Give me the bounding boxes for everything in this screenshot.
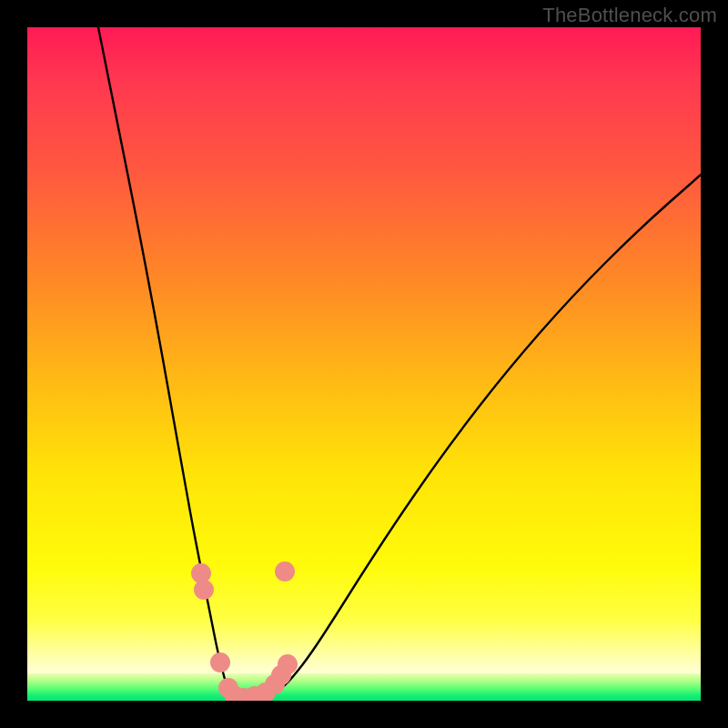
bottom-markers — [191, 561, 298, 701]
curve-left-arm — [98, 27, 239, 701]
watermark-text: TheBottleneck.com — [542, 4, 717, 27]
plot-area — [27, 27, 701, 701]
marker-dot — [210, 652, 230, 672]
curve-right-arm — [239, 175, 701, 701]
marker-dot — [278, 654, 298, 674]
marker-dot — [275, 561, 295, 581]
marker-dot — [194, 580, 214, 600]
curve-layer — [27, 27, 701, 701]
chart-frame: TheBottleneck.com — [0, 0, 728, 728]
